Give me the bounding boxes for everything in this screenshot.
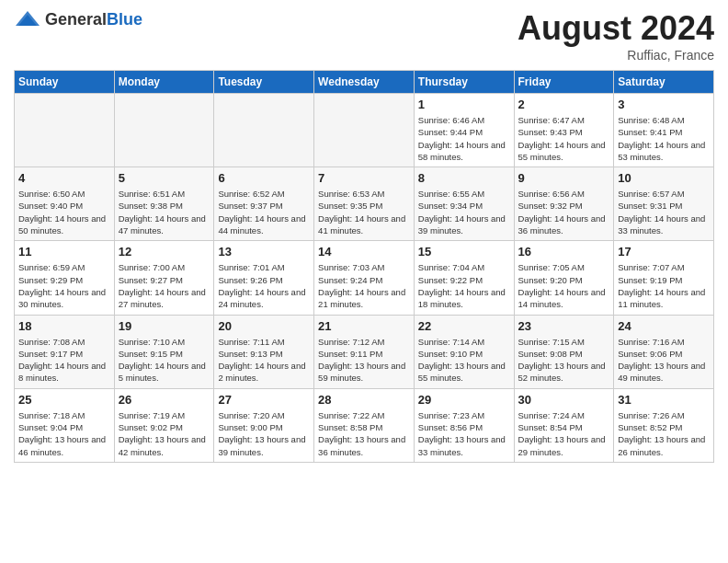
day-number: 13 bbox=[218, 245, 310, 259]
day-info: Sunrise: 6:59 AMSunset: 9:29 PMDaylight:… bbox=[18, 261, 110, 310]
day-number: 9 bbox=[518, 171, 610, 185]
day-number: 3 bbox=[618, 98, 710, 111]
day-number: 17 bbox=[618, 245, 710, 259]
day-number: 12 bbox=[119, 245, 210, 259]
calendar-cell: 23Sunrise: 7:15 AMSunset: 9:08 PMDayligh… bbox=[514, 315, 614, 388]
day-info: Sunrise: 6:57 AMSunset: 9:31 PMDaylight:… bbox=[618, 188, 710, 236]
logo-text: GeneralBlue bbox=[45, 10, 142, 29]
day-number: 24 bbox=[618, 319, 710, 333]
day-info: Sunrise: 6:50 AMSunset: 9:40 PMDaylight:… bbox=[18, 188, 110, 236]
day-number: 10 bbox=[618, 171, 710, 185]
day-number: 5 bbox=[119, 171, 210, 185]
day-number: 22 bbox=[418, 319, 510, 333]
day-info: Sunrise: 7:05 AMSunset: 9:20 PMDaylight:… bbox=[518, 261, 610, 310]
day-number: 28 bbox=[318, 393, 410, 407]
week-row-4: 18Sunrise: 7:08 AMSunset: 9:17 PMDayligh… bbox=[15, 315, 714, 388]
calendar-cell bbox=[15, 94, 115, 167]
calendar-cell: 11Sunrise: 6:59 AMSunset: 9:29 PMDayligh… bbox=[15, 241, 115, 315]
day-number: 27 bbox=[218, 393, 310, 407]
calendar-cell: 3Sunrise: 6:48 AMSunset: 9:41 PMDaylight… bbox=[614, 94, 714, 167]
calendar-cell: 13Sunrise: 7:01 AMSunset: 9:26 PMDayligh… bbox=[214, 241, 314, 315]
calendar-cell: 21Sunrise: 7:12 AMSunset: 9:11 PMDayligh… bbox=[314, 315, 415, 388]
day-info: Sunrise: 7:24 AMSunset: 8:54 PMDaylight:… bbox=[518, 409, 610, 458]
calendar-cell bbox=[314, 94, 415, 167]
day-info: Sunrise: 7:15 AMSunset: 9:08 PMDaylight:… bbox=[518, 336, 610, 385]
day-info: Sunrise: 7:10 AMSunset: 9:15 PMDaylight:… bbox=[119, 336, 210, 385]
month-year: August 2024 bbox=[518, 9, 714, 48]
calendar-cell bbox=[114, 94, 214, 167]
day-info: Sunrise: 7:18 AMSunset: 9:04 PMDaylight:… bbox=[18, 409, 110, 458]
calendar-cell: 7Sunrise: 6:53 AMSunset: 9:35 PMDaylight… bbox=[314, 167, 415, 241]
calendar-cell: 8Sunrise: 6:55 AMSunset: 9:34 PMDaylight… bbox=[414, 167, 514, 241]
day-info: Sunrise: 7:22 AMSunset: 8:58 PMDaylight:… bbox=[318, 409, 410, 458]
day-info: Sunrise: 6:47 AMSunset: 9:43 PMDaylight:… bbox=[518, 114, 610, 163]
day-info: Sunrise: 7:01 AMSunset: 9:26 PMDaylight:… bbox=[218, 261, 310, 310]
day-info: Sunrise: 7:11 AMSunset: 9:13 PMDaylight:… bbox=[218, 336, 310, 385]
day-info: Sunrise: 7:03 AMSunset: 9:24 PMDaylight:… bbox=[318, 261, 410, 310]
calendar-cell: 22Sunrise: 7:14 AMSunset: 9:10 PMDayligh… bbox=[414, 315, 514, 388]
calendar-cell: 14Sunrise: 7:03 AMSunset: 9:24 PMDayligh… bbox=[314, 241, 415, 315]
day-number: 11 bbox=[18, 245, 110, 259]
calendar-cell: 5Sunrise: 6:51 AMSunset: 9:38 PMDaylight… bbox=[114, 167, 214, 241]
day-info: Sunrise: 6:52 AMSunset: 9:37 PMDaylight:… bbox=[218, 188, 310, 236]
day-number: 8 bbox=[418, 171, 510, 185]
day-header-sunday: Sunday bbox=[15, 71, 115, 94]
week-row-5: 25Sunrise: 7:18 AMSunset: 9:04 PMDayligh… bbox=[15, 388, 714, 462]
day-info: Sunrise: 7:08 AMSunset: 9:17 PMDaylight:… bbox=[18, 336, 110, 385]
calendar-cell: 24Sunrise: 7:16 AMSunset: 9:06 PMDayligh… bbox=[614, 315, 714, 388]
day-number: 4 bbox=[18, 171, 110, 185]
day-info: Sunrise: 6:56 AMSunset: 9:32 PMDaylight:… bbox=[518, 188, 610, 236]
calendar-cell: 25Sunrise: 7:18 AMSunset: 9:04 PMDayligh… bbox=[15, 388, 115, 462]
day-header-friday: Friday bbox=[514, 71, 614, 94]
week-row-2: 4Sunrise: 6:50 AMSunset: 9:40 PMDaylight… bbox=[15, 167, 714, 241]
calendar-cell: 10Sunrise: 6:57 AMSunset: 9:31 PMDayligh… bbox=[614, 167, 714, 241]
day-number: 23 bbox=[518, 319, 610, 333]
day-number: 19 bbox=[119, 319, 210, 333]
day-info: Sunrise: 7:20 AMSunset: 9:00 PMDaylight:… bbox=[218, 409, 310, 458]
day-header-wednesday: Wednesday bbox=[314, 71, 415, 94]
calendar-cell: 6Sunrise: 6:52 AMSunset: 9:37 PMDaylight… bbox=[214, 167, 314, 241]
location: Ruffiac, France bbox=[518, 48, 714, 63]
logo-blue: Blue bbox=[107, 10, 142, 29]
day-info: Sunrise: 6:53 AMSunset: 9:35 PMDaylight:… bbox=[318, 188, 410, 236]
calendar-cell: 20Sunrise: 7:11 AMSunset: 9:13 PMDayligh… bbox=[214, 315, 314, 388]
day-info: Sunrise: 7:26 AMSunset: 8:52 PMDaylight:… bbox=[618, 409, 710, 458]
day-info: Sunrise: 7:14 AMSunset: 9:10 PMDaylight:… bbox=[418, 336, 510, 385]
calendar-cell: 31Sunrise: 7:26 AMSunset: 8:52 PMDayligh… bbox=[614, 388, 714, 462]
day-info: Sunrise: 7:23 AMSunset: 8:56 PMDaylight:… bbox=[418, 409, 510, 458]
day-info: Sunrise: 7:16 AMSunset: 9:06 PMDaylight:… bbox=[618, 336, 710, 385]
day-number: 30 bbox=[518, 393, 610, 407]
calendar-cell: 17Sunrise: 7:07 AMSunset: 9:19 PMDayligh… bbox=[614, 241, 714, 315]
day-number: 25 bbox=[18, 393, 110, 407]
calendar-cell: 19Sunrise: 7:10 AMSunset: 9:15 PMDayligh… bbox=[114, 315, 214, 388]
day-number: 20 bbox=[218, 319, 310, 333]
logo-icon bbox=[14, 9, 41, 29]
day-number: 1 bbox=[418, 98, 510, 111]
calendar-cell: 28Sunrise: 7:22 AMSunset: 8:58 PMDayligh… bbox=[314, 388, 415, 462]
logo: GeneralBlue bbox=[14, 9, 142, 29]
day-info: Sunrise: 6:55 AMSunset: 9:34 PMDaylight:… bbox=[418, 188, 510, 236]
day-number: 7 bbox=[318, 171, 410, 185]
day-info: Sunrise: 6:51 AMSunset: 9:38 PMDaylight:… bbox=[119, 188, 210, 236]
day-header-tuesday: Tuesday bbox=[214, 71, 314, 94]
day-info: Sunrise: 7:07 AMSunset: 9:19 PMDaylight:… bbox=[618, 261, 710, 310]
day-info: Sunrise: 6:48 AMSunset: 9:41 PMDaylight:… bbox=[618, 114, 710, 163]
day-header-thursday: Thursday bbox=[414, 71, 514, 94]
day-number: 16 bbox=[518, 245, 610, 259]
day-info: Sunrise: 7:12 AMSunset: 9:11 PMDaylight:… bbox=[318, 336, 410, 385]
day-number: 29 bbox=[418, 393, 510, 407]
calendar-cell: 26Sunrise: 7:19 AMSunset: 9:02 PMDayligh… bbox=[114, 388, 214, 462]
day-number: 18 bbox=[18, 319, 110, 333]
day-number: 15 bbox=[418, 245, 510, 259]
logo-general: General bbox=[45, 10, 107, 29]
calendar-cell: 30Sunrise: 7:24 AMSunset: 8:54 PMDayligh… bbox=[514, 388, 614, 462]
day-number: 2 bbox=[518, 98, 610, 111]
page-header: GeneralBlue August 2024 Ruffiac, France bbox=[14, 9, 714, 63]
day-info: Sunrise: 7:19 AMSunset: 9:02 PMDaylight:… bbox=[119, 409, 210, 458]
title-block: August 2024 Ruffiac, France bbox=[518, 9, 714, 63]
calendar-cell: 27Sunrise: 7:20 AMSunset: 9:00 PMDayligh… bbox=[214, 388, 314, 462]
day-info: Sunrise: 7:00 AMSunset: 9:27 PMDaylight:… bbox=[119, 261, 210, 310]
calendar-cell: 1Sunrise: 6:46 AMSunset: 9:44 PMDaylight… bbox=[414, 94, 514, 167]
day-header-saturday: Saturday bbox=[614, 71, 714, 94]
calendar-cell: 16Sunrise: 7:05 AMSunset: 9:20 PMDayligh… bbox=[514, 241, 614, 315]
